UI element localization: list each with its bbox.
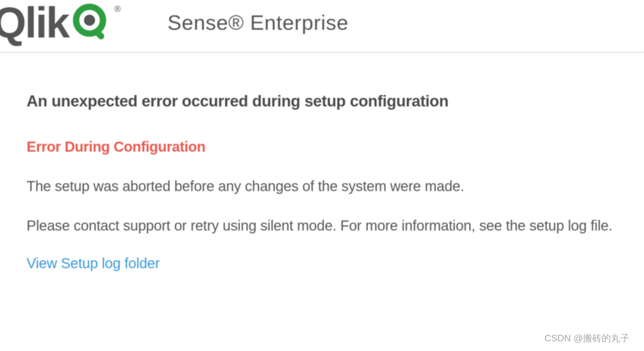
- product-name: Sense® Enterprise: [167, 10, 349, 34]
- error-heading: Error During Configuration: [27, 139, 617, 155]
- view-log-folder-link[interactable]: View Setup log folder: [27, 255, 160, 271]
- watermark: CSDN @搬砖的丸子: [545, 332, 630, 345]
- svg-point-1: [84, 15, 95, 26]
- qlik-logo-icon: [72, 3, 112, 42]
- body-text-aborted: The setup was aborted before any changes…: [27, 176, 617, 196]
- installer-header: Qlik ® Sense® Enterprise: [0, 0, 644, 53]
- logo-text: Qlik: [0, 1, 69, 44]
- content-area: An unexpected error occurred during setu…: [0, 53, 644, 271]
- logo-wrapper: Qlik ®: [0, 1, 121, 44]
- trademark-symbol: ®: [115, 4, 121, 14]
- body-text-support: Please contact support or retry using si…: [27, 216, 617, 235]
- main-heading: An unexpected error occurred during setu…: [27, 92, 617, 110]
